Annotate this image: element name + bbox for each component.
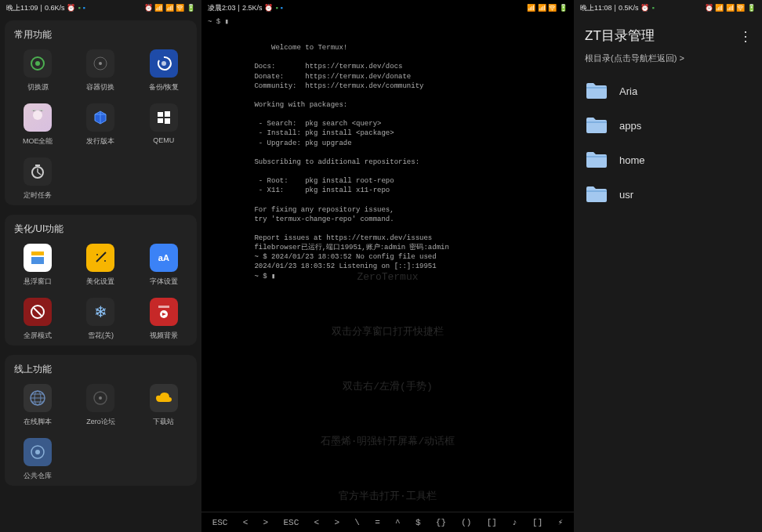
svg-rect-8	[158, 118, 163, 123]
status-right-icons: 📶 📶 🛜 🔋	[527, 4, 568, 12]
window-icon	[24, 244, 52, 272]
key-gt2[interactable]: >	[334, 518, 339, 527]
swirl-icon	[150, 49, 178, 78]
app-qemu[interactable]: QEMU	[136, 103, 192, 147]
app-download-site[interactable]: 下载站	[136, 384, 192, 427]
key-brackets2[interactable]: []	[532, 518, 542, 527]
app-container-switch[interactable]: 容器切换	[72, 49, 129, 92]
folder-icon	[585, 116, 608, 135]
snowflake-icon: ❄	[86, 298, 114, 326]
app-snow[interactable]: ❄ 雪花(关)	[72, 298, 129, 341]
svg-rect-11	[35, 165, 40, 166]
section-ui: 美化/UI功能 悬浮窗口 美化设置 aA 字体设置 全屏模式 ❄ 雪花(关)	[5, 215, 197, 346]
status-time: 凌晨2:03	[208, 3, 236, 13]
svg-point-24	[35, 450, 40, 454]
status-time: 晚上11:08	[580, 3, 612, 13]
key-esc[interactable]: ESC	[212, 518, 228, 527]
noentry-icon	[24, 298, 52, 326]
status-net: 0.5K/s	[619, 4, 639, 12]
svg-point-14	[96, 254, 98, 255]
app-beautify[interactable]: 美化设置	[72, 244, 129, 287]
key-esc2[interactable]: ESC	[283, 518, 299, 527]
key-backslash[interactable]: \	[354, 518, 360, 527]
section-title: 美化/UI功能	[9, 223, 192, 236]
key-bolt[interactable]: ⚡	[558, 517, 564, 527]
svg-point-3	[99, 62, 102, 65]
app-switch-source[interactable]: 切换源	[9, 49, 66, 92]
app-backup-restore[interactable]: 备份/恢复	[136, 49, 192, 92]
key-note[interactable]: ♪	[512, 518, 517, 527]
key-caret[interactable]: ^	[395, 518, 401, 527]
alarm-icon: ⏰	[67, 4, 75, 12]
folder-name: apps	[619, 120, 641, 132]
svg-point-15	[104, 260, 106, 262]
alarm-icon: ⏰	[264, 4, 273, 12]
folder-name: Aria	[619, 85, 637, 97]
folder-item-home[interactable]: home	[582, 143, 754, 177]
launcher-panel: 晚上11:09 | 0.6K/s ⏰ ▪▪ ⏰ 📶 📶 🛜 🔋 常用功能 切换源…	[0, 0, 201, 532]
section-title: 常用功能	[9, 28, 192, 42]
key-parens[interactable]: ()	[461, 518, 471, 527]
section-common: 常用功能 切换源 容器切换 备份/恢复 MOE全能 发行版本	[5, 20, 197, 205]
terminal-output[interactable]: Welcome to Termux! Docs: https://termux.…	[201, 27, 574, 512]
disc-dark-icon	[86, 384, 114, 412]
key-dollar[interactable]: $	[415, 518, 421, 527]
key-lt[interactable]: <	[243, 518, 249, 527]
app-video-bg[interactable]: 视频背景	[136, 298, 192, 341]
svg-point-4	[161, 61, 166, 66]
windows-icon	[150, 103, 178, 132]
app-moe[interactable]: MOE全能	[9, 103, 66, 147]
app-public-repo[interactable]: 公共仓库	[9, 438, 66, 481]
section-title: 线上功能	[9, 363, 192, 376]
status-bar-left: 晚上11:09 | 0.6K/s ⏰ ▪▪ ⏰ 📶 📶 🛜 🔋	[0, 0, 201, 16]
key-brackets[interactable]: []	[487, 518, 497, 527]
key-gt[interactable]: >	[263, 518, 269, 527]
cloud-icon	[150, 384, 178, 412]
section-online: 线上功能 在线脚本 Zero论坛 下载站 公共仓库	[5, 355, 197, 486]
key-braces[interactable]: {}	[436, 518, 446, 527]
svg-point-22	[99, 396, 102, 400]
font-icon: aA	[150, 244, 178, 272]
disc-icon	[86, 49, 114, 78]
folder-name: usr	[619, 189, 633, 201]
app-float-window[interactable]: 悬浮窗口	[9, 244, 66, 287]
timer-icon	[24, 157, 52, 186]
status-bar-right: 晚上11:08 | 0.5K/s ⏰ ▪ ⏰ 📶 📶 🛜 🔋	[574, 0, 762, 16]
folder-item-usr[interactable]: usr	[582, 177, 754, 212]
terminal-prompt[interactable]: ~ $ ▮	[201, 16, 574, 27]
app-fullscreen[interactable]: 全屏模式	[9, 298, 66, 341]
status-net: 0.6K/s	[45, 4, 65, 12]
svg-rect-9	[165, 118, 170, 124]
status-bar-center: 凌晨2:03 | 2.5K/s ⏰ ▪▪ 📶 📶 🛜 🔋	[201, 0, 574, 16]
play-icon	[150, 298, 178, 326]
folder-icon	[585, 81, 608, 100]
terminal-panel: 凌晨2:03 | 2.5K/s ⏰ ▪▪ 📶 📶 🛜 🔋 ~ $ ▮ Welco…	[201, 0, 574, 532]
status-net: 2.5K/s	[242, 4, 263, 12]
file-manager-title: ZT目录管理	[585, 27, 655, 45]
terminal-extra-keys: ESC < > ESC < > \ = ^ $ {} () [] ♪ [] ⚡	[201, 512, 574, 532]
globe-icon	[24, 384, 52, 412]
app-distro[interactable]: 发行版本	[72, 103, 129, 147]
svg-rect-7	[165, 111, 170, 117]
svg-point-5	[33, 110, 42, 120]
svg-rect-25	[586, 87, 607, 89]
app-font[interactable]: aA 字体设置	[136, 244, 192, 287]
more-icon[interactable]: ⋯	[738, 30, 755, 42]
folder-item-apps[interactable]: apps	[582, 108, 754, 143]
svg-rect-28	[586, 190, 607, 192]
app-scheduled[interactable]: 定时任务	[9, 157, 66, 201]
folder-item-aria[interactable]: Aria	[582, 74, 754, 108]
key-lt2[interactable]: <	[314, 518, 320, 527]
app-zero-forum[interactable]: Zero论坛	[72, 384, 129, 427]
file-manager-panel: 晚上11:08 | 0.5K/s ⏰ ▪ ⏰ 📶 📶 🛜 🔋 ZT目录管理 ⋯ …	[574, 0, 762, 532]
breadcrumb[interactable]: 根目录(点击导航栏返回) >	[574, 49, 762, 74]
key-equals[interactable]: =	[375, 518, 380, 527]
svg-rect-27	[586, 156, 607, 157]
app-online-script[interactable]: 在线脚本	[9, 384, 66, 427]
status-right-icons: ⏰ 📶 📶 🛜 🔋	[705, 4, 756, 12]
status-time: 晚上11:09	[6, 3, 38, 13]
ring-icon	[24, 49, 52, 78]
svg-rect-12	[31, 252, 44, 255]
avatar-icon	[24, 103, 52, 132]
folder-icon	[585, 185, 608, 204]
